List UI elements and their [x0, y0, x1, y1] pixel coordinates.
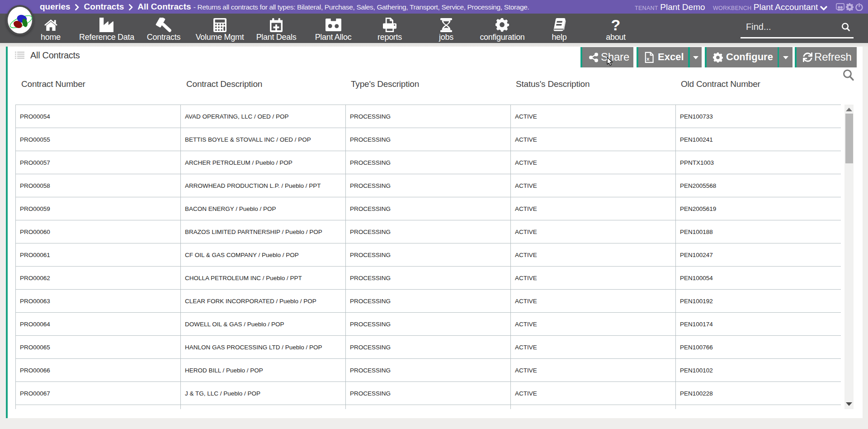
svg-text:x: x: [646, 56, 650, 62]
